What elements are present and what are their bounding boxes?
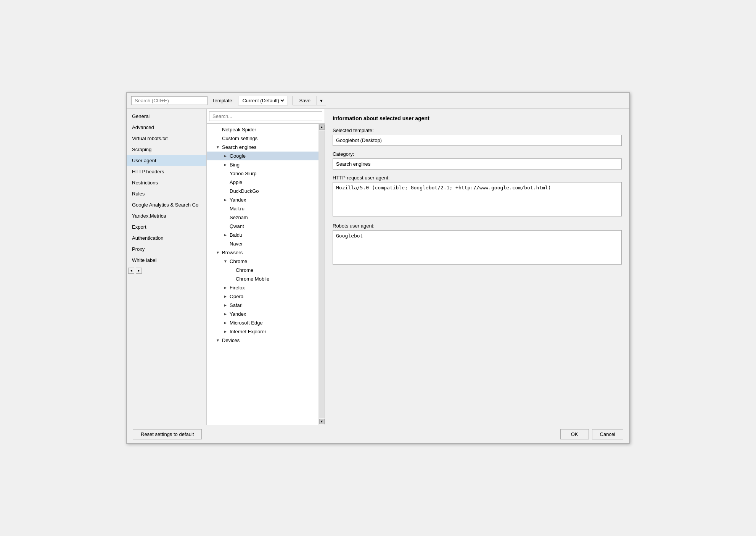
tree-arrow: ► xyxy=(224,312,228,316)
tree-arrow: ► xyxy=(224,321,228,325)
robots-textarea[interactable] xyxy=(333,230,622,265)
sidebar-item-virtual-robots[interactable]: Virtual robots.txt xyxy=(127,133,206,144)
reset-button[interactable]: Reset settings to default xyxy=(133,429,202,439)
footer-left: Reset settings to default xyxy=(133,429,202,439)
toolbar: Template: Current (Default) Save ▼ xyxy=(127,93,629,109)
tree-search-area xyxy=(207,109,325,124)
tree-item-ms-edge[interactable]: ► Microsoft Edge xyxy=(207,318,318,327)
category-input[interactable] xyxy=(333,158,622,170)
sidebar-item-yandex-metrica[interactable]: Yandex.Metrica xyxy=(127,210,206,221)
tree-arrow: ► xyxy=(224,329,228,334)
tree-item-seznam[interactable]: Seznam xyxy=(207,213,318,222)
tree-label: Yandex xyxy=(230,311,318,317)
robots-label: Robots user agent: xyxy=(333,223,622,229)
tree-arrow: ► xyxy=(224,294,228,299)
sidebar-item-export[interactable]: Export xyxy=(127,221,206,232)
save-button[interactable]: Save xyxy=(293,96,317,105)
tree-search-input[interactable] xyxy=(209,111,322,121)
tree-arrow: ► xyxy=(224,286,228,290)
cancel-button[interactable]: Cancel xyxy=(592,429,623,439)
sidebar-item-http-headers[interactable]: HTTP headers xyxy=(127,166,206,177)
tree-item-duckduckgo[interactable]: DuckDuckGo xyxy=(207,187,318,195)
tree-item-chrome-mobile[interactable]: Chrome Mobile xyxy=(207,274,318,283)
tree-body: Netpeak Spider Custom settings ▼ Search … xyxy=(207,124,318,425)
tree-item-yandex-se[interactable]: ► Yandex xyxy=(207,195,318,204)
tree-label: Chrome Mobile xyxy=(236,276,318,282)
category-label: Category: xyxy=(333,151,622,157)
tree-arrow: ▼ xyxy=(224,259,228,263)
main-dialog: Template: Current (Default) Save ▼ Gener… xyxy=(126,92,630,444)
ok-button[interactable]: OK xyxy=(560,429,589,439)
tree-item-google[interactable]: ► Google xyxy=(207,152,318,160)
robots-group: Robots user agent: xyxy=(333,223,622,266)
sidebar: General Advanced Virtual robots.txt Scra… xyxy=(127,109,207,425)
tree-item-search-engines[interactable]: ▼ Search engines xyxy=(207,143,318,152)
tree-label: Bing xyxy=(230,162,318,168)
selected-template-group: Selected template: xyxy=(333,128,622,146)
sidebar-item-scraping[interactable]: Scraping xyxy=(127,144,206,155)
main-content: Netpeak Spider Custom settings ▼ Search … xyxy=(207,109,629,425)
tree-scroll-down[interactable]: ▼ xyxy=(319,419,325,424)
template-select[interactable]: Current (Default) xyxy=(238,96,288,105)
content-area: General Advanced Virtual robots.txt Scra… xyxy=(127,109,629,425)
tree-item-mailru[interactable]: Mail.ru xyxy=(207,204,318,213)
tree-item-safari[interactable]: ► Safari xyxy=(207,301,318,310)
tree-label: Seznam xyxy=(230,215,318,220)
sidebar-item-proxy[interactable]: Proxy xyxy=(127,244,206,255)
tree-item-bing[interactable]: ► Bing xyxy=(207,160,318,169)
save-dropdown-button[interactable]: ▼ xyxy=(317,96,326,105)
dialog-footer: Reset settings to default OK Cancel xyxy=(127,425,629,443)
sidebar-item-authentication[interactable]: Authentication xyxy=(127,232,206,244)
sidebar-item-user-agent[interactable]: User agent xyxy=(127,155,206,166)
tree-label: Mail.ru xyxy=(230,206,318,211)
tree-label: Yahoo Slurp xyxy=(230,171,318,176)
tree-item-firefox[interactable]: ► Firefox xyxy=(207,283,318,292)
tree-item-ie[interactable]: ► Internet Explorer xyxy=(207,327,318,336)
tree-item-netpeak[interactable]: Netpeak Spider xyxy=(207,125,318,134)
tree-item-opera[interactable]: ► Opera xyxy=(207,292,318,301)
tree-arrow: ▼ xyxy=(216,338,220,342)
tree-item-baidu[interactable]: ► Baidu xyxy=(207,231,318,239)
tree-label: Chrome xyxy=(236,267,318,273)
tree-label: Naver xyxy=(230,241,318,247)
http-request-group: HTTP request user agent: xyxy=(333,175,622,218)
scroll-right-arrow[interactable]: ► xyxy=(136,268,142,274)
sidebar-item-rules[interactable]: Rules xyxy=(127,188,206,199)
tree-arrow: ▼ xyxy=(216,145,220,149)
tree-item-yandex-br[interactable]: ► Yandex xyxy=(207,310,318,318)
tree-item-naver[interactable]: Naver xyxy=(207,239,318,248)
tree-item-qwant[interactable]: Qwant xyxy=(207,222,318,231)
tree-label: Chrome xyxy=(230,258,318,264)
template-dropdown[interactable]: Current (Default) xyxy=(241,97,285,104)
http-request-textarea[interactable] xyxy=(333,182,622,216)
tree-label: Devices xyxy=(222,337,318,343)
sidebar-item-restrictions[interactable]: Restrictions xyxy=(127,177,206,188)
sidebar-item-google-analytics[interactable]: Google Analytics & Search Co xyxy=(127,199,206,210)
search-input[interactable] xyxy=(131,96,207,105)
sidebar-item-white-label[interactable]: White label xyxy=(127,255,206,266)
tree-label: Firefox xyxy=(230,285,318,291)
tree-arrow: ► xyxy=(224,233,228,237)
tree-item-browsers[interactable]: ▼ Browsers xyxy=(207,248,318,257)
http-request-label: HTTP request user agent: xyxy=(333,175,622,181)
info-title: Information about selected user agent xyxy=(333,115,622,121)
tree-item-yahoo[interactable]: Yahoo Slurp xyxy=(207,169,318,178)
save-button-group: Save ▼ xyxy=(293,96,326,105)
tree-arrow: ▼ xyxy=(216,250,220,255)
tree-item-apple[interactable]: Apple xyxy=(207,178,318,187)
sidebar-item-general[interactable]: General xyxy=(127,111,206,122)
tree-label: Netpeak Spider xyxy=(222,127,318,132)
selected-template-input[interactable] xyxy=(333,135,622,146)
tree-label: Baidu xyxy=(230,232,318,238)
tree-item-custom[interactable]: Custom settings xyxy=(207,134,318,143)
tree-scroll-up[interactable]: ▲ xyxy=(319,124,325,130)
scroll-left-arrow[interactable]: ◄ xyxy=(128,268,134,274)
sidebar-item-advanced[interactable]: Advanced xyxy=(127,122,206,133)
tree-label: Yandex xyxy=(230,197,318,203)
tree-label: Browsers xyxy=(222,250,318,255)
tree-label: Microsoft Edge xyxy=(230,320,318,326)
tree-item-chrome[interactable]: Chrome xyxy=(207,266,318,274)
selected-template-label: Selected template: xyxy=(333,128,622,133)
tree-item-chrome-group[interactable]: ▼ Chrome xyxy=(207,257,318,266)
tree-item-devices[interactable]: ▼ Devices xyxy=(207,336,318,345)
